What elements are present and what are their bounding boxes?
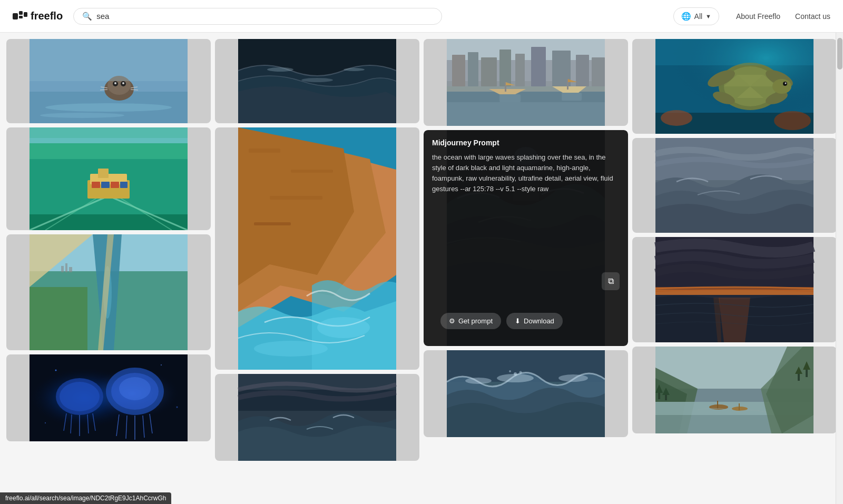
list-item[interactable]: Midjourney Prompt the ocean with large w… bbox=[424, 130, 628, 346]
svg-rect-138 bbox=[798, 373, 800, 381]
svg-point-58 bbox=[177, 407, 178, 408]
svg-rect-120 bbox=[655, 39, 813, 65]
copy-icon: ⧉ bbox=[608, 276, 614, 286]
filter-label: All bbox=[694, 12, 703, 21]
scrollbar[interactable] bbox=[836, 33, 843, 467]
svg-rect-34 bbox=[61, 266, 64, 272]
svg-point-42 bbox=[60, 382, 100, 411]
svg-rect-143 bbox=[739, 403, 740, 410]
prompt-icon: ⚙ bbox=[449, 317, 455, 325]
list-item[interactable] bbox=[215, 127, 419, 370]
svg-point-119 bbox=[785, 83, 787, 84]
svg-rect-86 bbox=[592, 57, 605, 86]
svg-rect-83 bbox=[531, 47, 546, 86]
header: freeflo 🔍 🌐 All ▼ About Freeflo Contact … bbox=[0, 0, 843, 33]
list-item[interactable] bbox=[632, 347, 837, 433]
logo-icon bbox=[13, 11, 27, 22]
svg-point-63 bbox=[301, 78, 333, 82]
chevron-down-icon: ▼ bbox=[705, 13, 711, 19]
svg-rect-26 bbox=[101, 182, 110, 188]
svg-rect-0 bbox=[13, 13, 18, 19]
image-grid: Midjourney Prompt the ocean with large w… bbox=[6, 39, 837, 461]
tooltip-panel: Midjourney Prompt the ocean with large w… bbox=[424, 130, 628, 346]
svg-point-103 bbox=[514, 372, 517, 375]
tooltip-title: Midjourney Prompt bbox=[432, 139, 620, 147]
svg-rect-33 bbox=[30, 287, 87, 350]
svg-point-70 bbox=[317, 317, 370, 338]
svg-rect-67 bbox=[291, 170, 333, 173]
nav-links: About Freeflo Contact us bbox=[736, 12, 830, 21]
get-prompt-button[interactable]: ⚙ Get prompt bbox=[440, 313, 501, 329]
svg-rect-82 bbox=[515, 54, 525, 86]
svg-point-6 bbox=[45, 103, 172, 112]
svg-rect-27 bbox=[111, 182, 119, 188]
logo-text: freeflo bbox=[31, 10, 63, 22]
svg-rect-30 bbox=[30, 138, 188, 143]
list-item[interactable] bbox=[632, 138, 837, 233]
svg-rect-66 bbox=[249, 149, 280, 153]
svg-point-61 bbox=[267, 67, 293, 72]
svg-point-102 bbox=[558, 374, 588, 382]
svg-rect-1 bbox=[19, 11, 23, 15]
svg-point-110 bbox=[774, 111, 811, 130]
list-item[interactable] bbox=[632, 39, 837, 134]
globe-icon: 🌐 bbox=[681, 12, 691, 21]
list-item[interactable] bbox=[215, 374, 419, 461]
logo[interactable]: freeflo bbox=[13, 10, 63, 22]
svg-point-71 bbox=[254, 341, 328, 357]
svg-rect-3 bbox=[24, 12, 27, 17]
list-item[interactable] bbox=[424, 350, 628, 437]
svg-rect-25 bbox=[92, 182, 100, 188]
svg-rect-91 bbox=[499, 94, 521, 102]
list-item[interactable] bbox=[424, 39, 628, 126]
download-button[interactable]: ⬇ Download bbox=[506, 313, 563, 329]
main-content: Midjourney Prompt the ocean with large w… bbox=[0, 33, 843, 467]
svg-point-59 bbox=[45, 422, 46, 423]
download-icon: ⬇ bbox=[515, 317, 521, 325]
svg-point-101 bbox=[465, 378, 492, 384]
copy-button[interactable]: ⧉ bbox=[602, 272, 620, 290]
svg-rect-78 bbox=[452, 55, 465, 86]
list-item[interactable] bbox=[6, 354, 211, 441]
svg-rect-68 bbox=[270, 196, 322, 200]
svg-point-50 bbox=[119, 377, 151, 400]
list-item[interactable] bbox=[6, 39, 211, 123]
svg-rect-36 bbox=[69, 267, 72, 272]
svg-rect-85 bbox=[576, 55, 589, 86]
list-item[interactable] bbox=[6, 127, 211, 230]
search-input[interactable] bbox=[96, 12, 433, 21]
search-icon: 🔍 bbox=[82, 12, 92, 21]
svg-point-109 bbox=[661, 110, 692, 126]
svg-point-104 bbox=[509, 370, 511, 372]
svg-rect-2 bbox=[19, 16, 23, 18]
svg-rect-79 bbox=[468, 52, 478, 86]
filter-button[interactable]: 🌐 All ▼ bbox=[673, 7, 719, 25]
svg-point-62 bbox=[344, 68, 365, 71]
svg-rect-24 bbox=[98, 169, 109, 178]
svg-rect-141 bbox=[717, 401, 718, 409]
svg-rect-81 bbox=[499, 50, 511, 86]
list-item[interactable] bbox=[632, 237, 837, 342]
svg-point-105 bbox=[519, 371, 522, 374]
svg-rect-92 bbox=[562, 93, 582, 101]
svg-rect-80 bbox=[481, 57, 497, 86]
svg-rect-35 bbox=[65, 263, 67, 272]
list-item[interactable] bbox=[215, 39, 419, 123]
svg-point-13 bbox=[122, 82, 124, 84]
svg-rect-69 bbox=[254, 222, 291, 225]
svg-point-7 bbox=[40, 113, 124, 118]
svg-rect-18 bbox=[30, 39, 188, 81]
about-link[interactable]: About Freeflo bbox=[736, 12, 780, 21]
svg-point-57 bbox=[161, 364, 162, 365]
svg-rect-28 bbox=[120, 182, 128, 188]
svg-point-56 bbox=[55, 370, 57, 371]
list-item[interactable] bbox=[6, 234, 211, 350]
search-bar: 🔍 bbox=[73, 8, 442, 25]
scrollbar-thumb[interactable] bbox=[837, 38, 842, 70]
contact-link[interactable]: Contact us bbox=[795, 12, 830, 21]
svg-point-12 bbox=[114, 82, 116, 84]
svg-rect-21 bbox=[30, 214, 188, 230]
svg-point-117 bbox=[772, 79, 791, 94]
tooltip-text: the ocean with large waves splashing ove… bbox=[432, 152, 620, 195]
